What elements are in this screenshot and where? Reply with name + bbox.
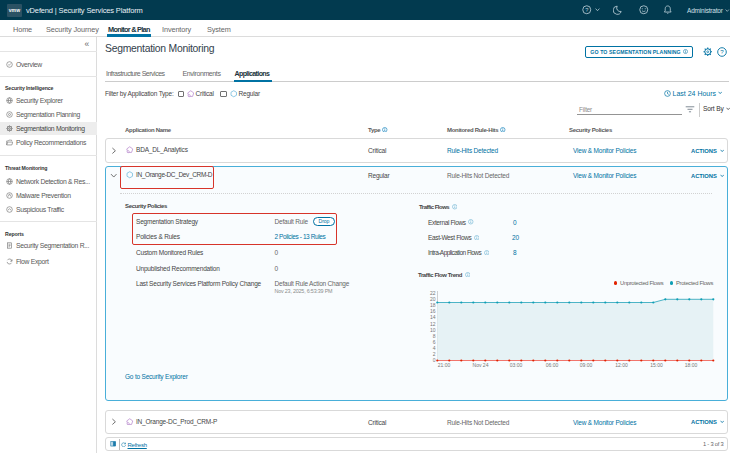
svg-text:22: 22 <box>430 290 436 296</box>
svg-text:2: 2 <box>433 351 436 357</box>
svg-text:10: 10 <box>430 327 436 333</box>
svg-text:?: ? <box>585 7 588 13</box>
svg-text:8: 8 <box>433 333 436 339</box>
svg-text:15:00: 15:00 <box>650 362 663 368</box>
svg-text:16: 16 <box>430 308 436 314</box>
svg-text:12:00: 12:00 <box>615 362 628 368</box>
svg-text:03:00: 03:00 <box>510 362 523 368</box>
svg-text:4: 4 <box>433 345 436 351</box>
svg-text:Nov 24: Nov 24 <box>473 362 489 368</box>
svg-text:0: 0 <box>433 357 436 363</box>
svg-text:21:00: 21:00 <box>438 362 451 368</box>
svg-text:12: 12 <box>430 321 436 327</box>
svg-text:06:00: 06:00 <box>546 362 559 368</box>
svg-text:09:00: 09:00 <box>580 362 593 368</box>
svg-text:6: 6 <box>433 339 436 345</box>
svg-text:?: ? <box>720 48 724 55</box>
svg-text:18: 18 <box>430 302 436 308</box>
svg-text:20: 20 <box>430 296 436 302</box>
svg-text:14: 14 <box>430 314 436 320</box>
svg-text:18:00: 18:00 <box>685 362 698 368</box>
